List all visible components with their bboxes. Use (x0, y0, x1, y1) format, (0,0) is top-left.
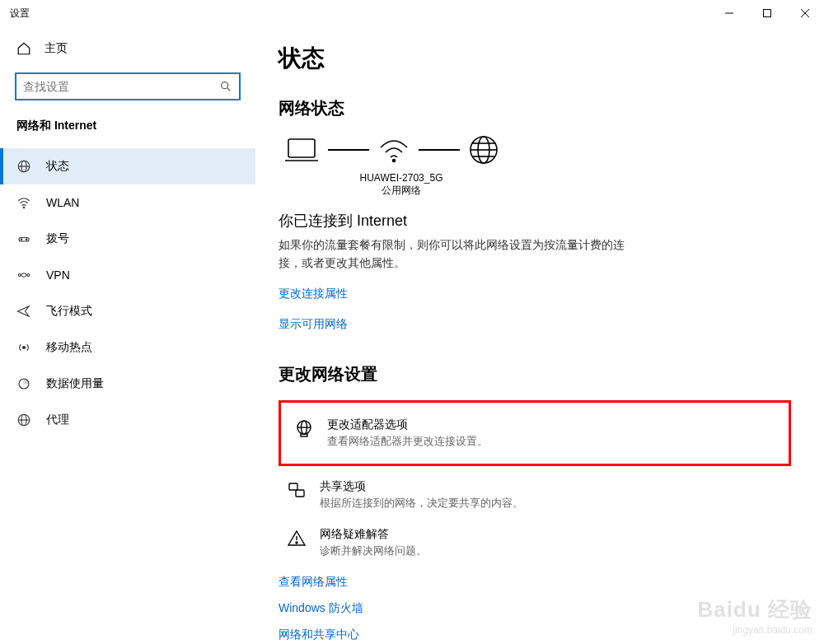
option-desc: 查看网络适配器并更改连接设置。 (327, 434, 488, 449)
home-nav[interactable]: 主页 (0, 35, 255, 63)
svg-rect-31 (301, 434, 307, 436)
network-sharing-center-link[interactable]: 网络和共享中心 (279, 628, 791, 642)
option-desc: 诊断并解决网络问题。 (320, 544, 427, 558)
sidebar-item-airplane[interactable]: 飞行模式 (0, 293, 255, 329)
sharing-options[interactable]: 共享选项 根据所连接到的网络，决定要共享的内容。 (279, 471, 791, 519)
vpn-icon (16, 268, 31, 282)
svg-point-11 (21, 239, 22, 240)
sidebar-item-proxy[interactable]: 代理 (0, 402, 255, 438)
sidebar-item-dialup[interactable]: 拨号 (0, 221, 255, 257)
sidebar-item-status[interactable]: 状态 (0, 148, 255, 184)
sidebar-item-label: 飞行模式 (46, 304, 92, 319)
sidebar-item-label: WLAN (46, 196, 79, 209)
wifi-signal-icon (377, 136, 410, 164)
window-title: 设置 (10, 7, 30, 21)
adapter-icon (293, 419, 316, 439)
close-button[interactable] (786, 0, 824, 26)
page-title: 状态 (279, 43, 791, 74)
troubleshoot-icon (285, 529, 308, 548)
dialup-icon (16, 231, 31, 246)
svg-point-14 (27, 274, 30, 277)
svg-rect-20 (288, 139, 315, 157)
svg-point-15 (23, 347, 26, 349)
svg-point-9 (23, 207, 25, 208)
svg-point-4 (222, 82, 228, 89)
sidebar-item-label: 移动热点 (46, 340, 92, 355)
search-input[interactable] (23, 80, 219, 93)
connection-line (328, 149, 369, 151)
option-title: 网络疑难解答 (320, 527, 427, 542)
minimize-button[interactable] (710, 0, 748, 26)
show-available-networks-link[interactable]: 显示可用网络 (279, 317, 348, 332)
laptop-icon (283, 136, 320, 164)
svg-rect-32 (289, 483, 297, 490)
svg-rect-33 (296, 490, 304, 497)
option-title: 更改适配器选项 (327, 418, 488, 432)
sidebar-item-vpn[interactable]: VPN (0, 257, 255, 293)
change-connection-props-link[interactable]: 更改连接属性 (279, 287, 348, 301)
svg-point-12 (26, 239, 27, 240)
sidebar-item-hotspot[interactable]: 移动热点 (0, 329, 255, 366)
sidebar-section-title: 网络和 Internet (0, 119, 255, 148)
svg-rect-1 (764, 10, 771, 17)
main-content: 状态 网络状态 HUAWEI-2703_5G 公用网络 你已连接到 Intern… (255, 26, 824, 644)
option-desc: 根据所连接到的网络，决定要共享的内容。 (320, 496, 523, 511)
network-type-label: 公用网络 (356, 184, 447, 198)
maximize-button[interactable] (748, 0, 786, 26)
airplane-icon (16, 304, 31, 319)
svg-point-13 (18, 274, 21, 277)
sharing-icon (285, 481, 308, 501)
svg-point-35 (296, 542, 297, 544)
network-troubleshoot[interactable]: 网络疑难解答 诊断并解决网络问题。 (279, 519, 791, 567)
option-title: 共享选项 (320, 479, 523, 494)
change-network-settings-heading: 更改网络设置 (279, 363, 791, 385)
connected-description: 如果你的流量套餐有限制，则你可以将此网络设置为按流量计费的连接，或者更改其他属性… (279, 236, 625, 273)
home-label: 主页 (44, 41, 68, 56)
search-input-container[interactable] (15, 72, 241, 100)
home-icon (16, 41, 31, 56)
data-usage-icon (16, 376, 31, 391)
sidebar-item-datausage[interactable]: 数据使用量 (0, 366, 255, 402)
sidebar-item-label: VPN (46, 268, 70, 282)
globe-icon (16, 159, 31, 174)
svg-line-5 (227, 88, 230, 91)
network-diagram-labels: HUAWEI-2703_5G 公用网络 (356, 172, 447, 198)
network-diagram (283, 134, 791, 166)
sidebar-item-label: 状态 (46, 159, 69, 174)
search-icon (219, 80, 232, 93)
sidebar-item-label: 拨号 (46, 231, 69, 246)
ssid-label: HUAWEI-2703_5G (356, 172, 447, 184)
sidebar: 主页 网络和 Internet 状态 WLAN 拨号 VPN 飞行模式 (0, 26, 255, 644)
network-status-heading: 网络状态 (279, 97, 791, 119)
connected-heading: 你已连接到 Internet (279, 211, 791, 231)
sidebar-item-label: 数据使用量 (46, 376, 104, 391)
internet-globe-icon (468, 134, 499, 166)
view-network-properties-link[interactable]: 查看网络属性 (279, 575, 791, 590)
connection-line (419, 149, 460, 151)
sidebar-item-label: 代理 (46, 413, 69, 427)
wifi-icon (16, 195, 31, 210)
proxy-icon (16, 413, 31, 427)
hotspot-icon (16, 340, 31, 355)
svg-point-22 (393, 160, 396, 162)
change-adapter-options[interactable]: 更改适配器选项 查看网络适配器并更改连接设置。 (286, 409, 784, 457)
sidebar-item-wlan[interactable]: WLAN (0, 184, 255, 221)
windows-firewall-link[interactable]: Windows 防火墙 (279, 601, 791, 616)
